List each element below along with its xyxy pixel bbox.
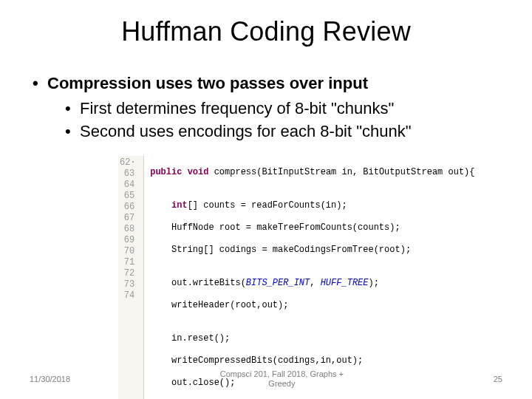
code-text: [] counts = readForCounts(in); [188,200,347,211]
code-text: ); [368,278,378,288]
code-line: int[] counts = readForCounts(in); [150,200,474,211]
line-number: 62 [118,156,136,168]
line-number: 63 [118,168,136,180]
code-line: out.writeBits(BITS_PER_INT, HUFF_TREE); [150,278,474,289]
line-number: 64 [118,180,136,191]
line-number: 68 [118,224,136,235]
code-line: String[] codings = makeCodingsFromTree(r… [150,245,474,256]
line-number: 66 [118,202,136,213]
slide-title: Huffman Coding Review [30,16,502,47]
footer-course-line1: Compsci 201, Fall 2018, Graphs + [220,369,344,378]
code-line: writeCompressedBits(codings,in,out); [150,355,474,366]
footer-date: 11/30/2018 [30,375,70,383]
line-number: 73 [118,279,136,290]
footer-course-line2: Greedy [268,379,295,388]
code-lines: public void compress(BitInputStream in, … [144,156,474,399]
keyword: void [188,167,209,177]
line-number: 65 [118,191,136,202]
keyword: int [171,200,188,211]
code-line: in.reset(); [150,333,474,344]
line-number: 71 [118,257,136,268]
line-number: 70 [118,246,136,257]
bullet-sub-1: First determines frequency of 8-bit "chu… [30,98,502,120]
code-line: writeHeader(root,out); [150,300,474,311]
slide: Huffman Coding Review Compression uses t… [0,0,532,399]
line-number: 69 [118,235,136,246]
code-text: out.writeBits( [150,278,246,288]
code-line: HuffNode root = makeTreeFromCounts(count… [150,222,474,233]
footer-page-number: 25 [494,375,502,383]
keyword: public [150,167,182,177]
bullet-sub-2: Second uses encodings for each 8-bit "ch… [30,120,502,143]
code-text: , [310,278,320,288]
bullet-main: Compression uses two passes over input [30,72,502,95]
code-text: compress(BitInputStream in, BitOutputStr… [208,167,474,177]
code-line: public void compress(BitInputStream in, … [150,167,474,178]
code-block: 62 63 64 65 66 67 68 69 70 71 72 73 74 p… [118,156,502,399]
line-number: 72 [118,268,136,279]
static-field: BITS_PER_INT [246,278,310,288]
line-number: 74 [118,290,136,301]
slide-footer: 11/30/2018 Compsci 201, Fall 2018, Graph… [0,369,532,389]
line-number: 67 [118,213,136,224]
static-field: HUFF_TREE [321,278,369,288]
bullet-list: Compression uses two passes over input F… [30,72,502,143]
line-number-gutter: 62 63 64 65 66 67 68 69 70 71 72 73 74 [118,156,144,399]
footer-course: Compsci 201, Fall 2018, Graphs + Greedy [70,369,494,389]
